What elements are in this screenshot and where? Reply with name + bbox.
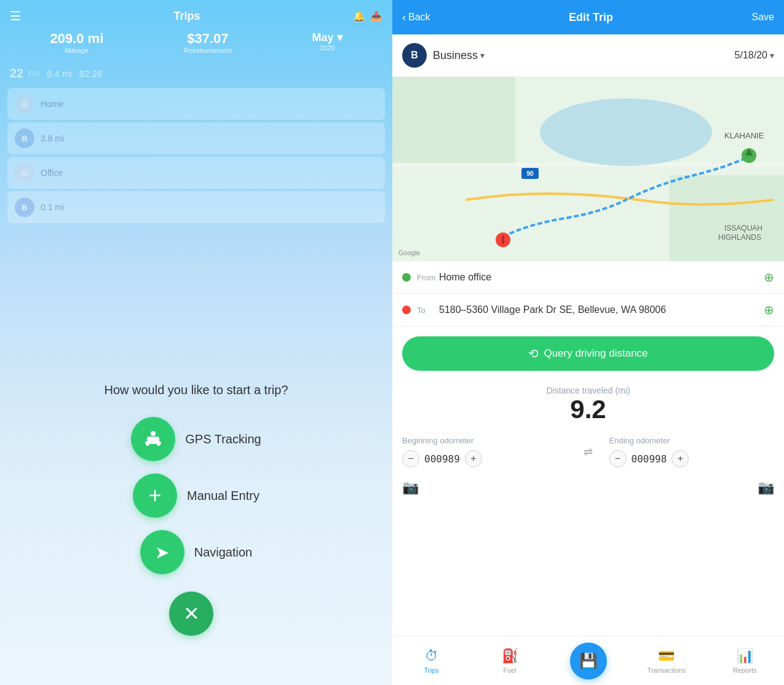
svg-point-0 [151, 431, 156, 436]
category-row: B Business ▾ 5/18/20 ▾ [392, 34, 784, 77]
query-icon: ⟲ [528, 346, 539, 361]
ending-odometer-label: Ending odometer [609, 436, 775, 445]
category-dropdown-icon: ▾ [480, 50, 485, 60]
svg-point-4 [157, 442, 160, 446]
ending-decrement-button[interactable]: − [609, 450, 627, 467]
right-panel: ‹ Back Edit Trip Save B Business ▾ 5/18/… [392, 0, 784, 685]
manual-entry-circle: + [133, 473, 177, 518]
back-chevron-icon: ‹ [402, 11, 406, 24]
svg-point-7 [540, 98, 712, 166]
fab-icon: 💾 [579, 652, 598, 670]
gps-tracking-option[interactable]: GPS Tracking [131, 417, 261, 461]
to-dot [402, 306, 411, 314]
ending-camera-icon[interactable]: 📷 [758, 480, 774, 496]
beginning-odometer-label: Beginning odometer [402, 436, 568, 445]
back-button[interactable]: ‹ Back [402, 11, 430, 24]
svg-rect-6 [392, 163, 784, 167]
svg-rect-11 [502, 236, 504, 244]
beginning-increment-button[interactable]: + [465, 450, 482, 467]
reports-icon: 📊 [737, 648, 753, 664]
manual-entry-option[interactable]: + Manual Entry [133, 473, 259, 518]
ending-increment-button[interactable]: + [671, 450, 689, 467]
tab-trips[interactable]: ⏱ Trips [392, 636, 470, 685]
date-dropdown-icon: ▾ [770, 50, 774, 60]
from-gps-icon[interactable]: ⊕ [764, 270, 774, 285]
category-left[interactable]: B Business ▾ [402, 43, 485, 68]
odometer-section: Beginning odometer − 000989 + ⇌ Ending o… [392, 429, 784, 475]
ending-odometer-value: 000998 [632, 453, 667, 465]
fab-button[interactable]: 💾 [570, 643, 607, 679]
beginning-odometer-value: 000989 [424, 453, 460, 465]
to-gps-icon[interactable]: ⊕ [764, 303, 774, 317]
query-driving-distance-button[interactable]: ⟲ Query driving distance [402, 336, 774, 371]
trips-label: Trips [424, 667, 439, 674]
save-button[interactable]: Save [752, 12, 774, 23]
navigation-circle: ➤ [140, 530, 184, 574]
category-circle: B [402, 43, 427, 68]
from-label: From [417, 273, 439, 282]
navigation-label: Navigation [194, 545, 253, 560]
right-header: ‹ Back Edit Trip Save [392, 0, 784, 34]
query-btn-label: Query driving distance [544, 347, 647, 360]
to-row: To 5180–5360 Village Park Dr SE, Bellevu… [392, 294, 784, 327]
back-label: Back [408, 12, 430, 23]
beginning-camera-icon[interactable]: 📷 [402, 480, 419, 496]
svg-text:Google: Google [398, 249, 420, 256]
from-dot [402, 273, 411, 282]
sync-section: ⇌ [577, 436, 600, 467]
map-container: KLAHANIE ISSAQUAH HIGHLANDS Issaquah Goo… [392, 77, 784, 261]
close-option[interactable]: ✕ [169, 592, 223, 636]
bottom-tabs: ⏱ Trips ⛽ Fuel 💾 💳 Transactions 📊 Report… [392, 636, 784, 685]
beginning-decrement-button[interactable]: − [402, 450, 419, 467]
ending-odometer-input: − 000998 + [609, 450, 775, 467]
transactions-icon: 💳 [658, 648, 675, 664]
edit-trip-title: Edit Trip [430, 11, 752, 24]
fuel-icon: ⛽ [502, 648, 518, 664]
fuel-label: Fuel [503, 667, 516, 674]
beginning-odometer-input: − 000989 + [402, 450, 568, 467]
close-circle: ✕ [169, 592, 213, 636]
left-panel: ☰ Trips 🔔 📥 209.0 mi Mileage $37.07 Reim… [0, 0, 392, 685]
distance-label: Distance traveled (mi) [402, 386, 774, 395]
transactions-label: Transactions [647, 667, 686, 674]
tab-reports[interactable]: 📊 Reports [706, 636, 784, 685]
svg-text:ISSAQUAH: ISSAQUAH [724, 224, 762, 232]
gps-tracking-circle [131, 417, 175, 461]
distance-section: Distance traveled (mi) 9.2 [392, 381, 784, 429]
svg-rect-9 [669, 175, 784, 261]
camera-row: 📷 📷 [392, 475, 784, 501]
modal-overlay: How would you like to start a trip? GPS … [0, 0, 392, 685]
beginning-odometer-group: Beginning odometer − 000989 + [402, 436, 568, 467]
tab-transactions[interactable]: 💳 Transactions [627, 636, 705, 685]
to-value[interactable]: 5180–5360 Village Park Dr SE, Bellevue, … [439, 303, 764, 317]
fab-center: 💾 [549, 636, 627, 685]
svg-rect-8 [392, 77, 515, 163]
from-row: From Home office ⊕ [392, 261, 784, 294]
svg-text:KLAHANIE: KLAHANIE [724, 131, 764, 140]
to-label: To [417, 306, 439, 315]
tab-fuel[interactable]: ⛽ Fuel [470, 636, 548, 685]
ending-odometer-group: Ending odometer − 000998 + [609, 436, 775, 467]
sync-icon[interactable]: ⇌ [584, 445, 593, 459]
date-value: 5/18/20 [735, 50, 767, 61]
gps-tracking-label: GPS Tracking [185, 432, 261, 446]
category-name: Business ▾ [433, 49, 485, 62]
trips-icon: ⏱ [425, 648, 438, 664]
reports-label: Reports [733, 667, 757, 674]
date-display[interactable]: 5/18/20 ▾ [735, 50, 774, 61]
svg-point-3 [146, 442, 149, 446]
distance-value: 9.2 [402, 395, 774, 424]
svg-text:HIGHLANDS: HIGHLANDS [718, 233, 761, 242]
svg-text:90: 90 [526, 170, 534, 177]
from-value[interactable]: Home office [439, 271, 764, 284]
modal-question: How would you like to start a trip? [104, 383, 288, 397]
navigation-option[interactable]: ➤ Navigation [140, 530, 253, 574]
manual-entry-label: Manual Entry [187, 489, 259, 503]
